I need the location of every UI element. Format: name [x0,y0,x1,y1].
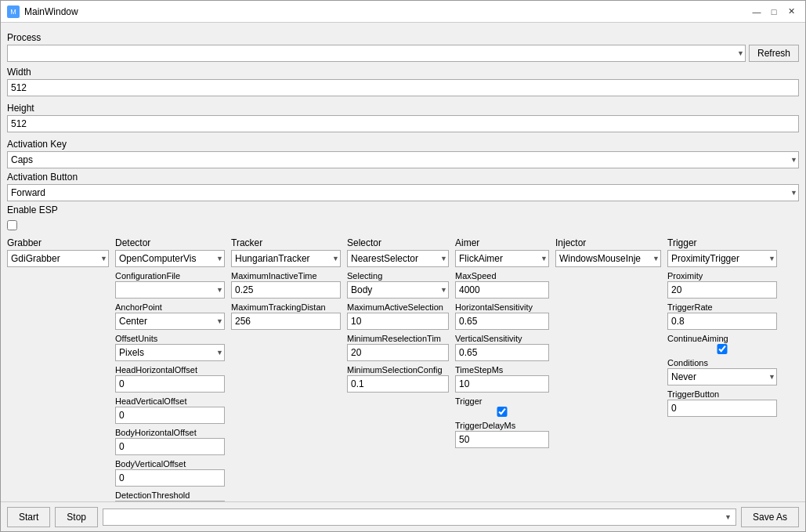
body-v-offset-input[interactable] [115,469,225,487]
head-v-offset-label: HeadVerticalOffset [115,396,225,406]
width-input[interactable] [7,79,799,96]
refresh-button[interactable]: Refresh [749,45,799,62]
process-select[interactable] [7,45,746,62]
h-sensitivity-input[interactable] [455,313,549,330]
maximize-button[interactable]: □ [766,5,782,19]
width-label: Width [7,67,799,78]
close-button[interactable]: ✕ [783,5,799,19]
tracker-combo: HungarianTracker ▼ [231,250,341,267]
selecting-combo: Body ▼ [347,281,449,299]
aimer-column: Aimer FlickAimer ▼ MaxSpeed HorizontalSe… [455,237,549,501]
min-reselection-input[interactable] [347,344,449,361]
activation-button-wrapper: Forward ▼ [7,184,799,201]
trigger-delay-input[interactable] [455,431,549,448]
activation-key-wrapper: Caps ▼ [7,151,799,168]
process-row: ▼ Refresh [7,45,799,62]
continue-aiming-checkbox[interactable] [667,344,777,354]
process-combo-wrapper: ▼ [7,45,746,62]
trigger-select[interactable]: ProximityTrigger [667,250,777,267]
trigger-combo: ProximityTrigger ▼ [667,250,777,267]
h-sensitivity-label: HorizontalSensitivity [455,302,549,312]
selector-select[interactable]: NearestSelector [347,250,449,267]
min-selection-config-label: MinimumSelectionConfig [347,365,449,375]
activation-key-label: Activation Key [7,139,799,150]
continue-aiming-label: ContinueAiming [667,334,777,343]
offset-units-select[interactable]: Pixels [115,344,225,361]
head-v-offset-input[interactable] [115,407,225,424]
activation-button-label: Activation Button [7,172,799,183]
config-file-select[interactable] [115,281,225,299]
selecting-select[interactable]: Body [347,281,449,299]
anchor-point-select[interactable]: Center [115,313,225,330]
trigger-button-input[interactable] [667,400,777,417]
detector-combo: OpenComputerVis ▼ [115,250,225,267]
activation-button-select[interactable]: Forward [7,184,799,201]
tracker-column: Tracker HungarianTracker ▼ MaximumInacti… [231,237,341,501]
conditions-select[interactable]: Never [667,368,777,385]
max-active-input[interactable] [347,313,449,330]
selector-header: Selector [347,237,449,248]
save-as-button[interactable]: Save As [741,507,799,527]
grabber-select[interactable]: GdiGrabber [7,250,109,267]
status-select[interactable] [103,508,736,526]
body-h-offset-input[interactable] [115,438,225,455]
config-file-combo: ▼ [115,281,225,299]
main-content: Process ▼ Refresh Width Height Activatio… [1,23,805,501]
body-v-offset-label: BodyVerticalOffset [115,459,225,469]
conditions-combo: Never ▼ [667,368,777,385]
max-inactive-label: MaximumInactiveTime [231,271,341,280]
max-tracking-label: MaximumTrackingDistan [231,302,341,312]
proximity-label: Proximity [667,271,777,280]
trigger-label: Trigger [455,396,549,406]
v-sensitivity-input[interactable] [455,344,549,361]
aimer-combo: FlickAimer ▼ [455,250,549,267]
head-h-offset-input[interactable] [115,375,225,393]
window-icon: M [7,5,20,18]
timestep-label: TimeStepMs [455,365,549,375]
minimize-button[interactable]: — [749,5,764,19]
detector-column: Detector OpenComputerVis ▼ Configuration… [115,237,225,501]
max-speed-input[interactable] [455,281,549,299]
status-wrapper: ▼ [103,508,736,526]
enable-esp-row: Enable ESP [7,204,799,215]
tracker-select[interactable]: HungarianTracker [231,250,341,267]
stop-button[interactable]: Stop [55,507,98,527]
v-sensitivity-label: VerticalSensitivity [455,334,549,343]
process-label: Process [7,32,799,43]
height-input[interactable] [7,115,799,132]
activation-key-select[interactable]: Caps [7,151,799,168]
min-reselection-label: MinimumReselectionTim [347,334,449,343]
start-button[interactable]: Start [7,507,50,527]
injector-select[interactable]: WindowsMouseInje [555,250,661,267]
main-window: M MainWindow — □ ✕ Process ▼ Refresh Wid… [0,0,806,532]
enable-esp-checkbox[interactable] [7,220,17,230]
detection-threshold-label: DetectionThreshold [115,490,225,500]
head-h-offset-label: HeadHorizontalOffset [115,365,225,375]
trigger-delay-label: TriggerDelayMs [455,421,549,430]
max-inactive-input[interactable] [231,281,341,299]
timestep-input[interactable] [455,375,549,393]
enable-esp-label: Enable ESP [7,204,58,215]
injector-combo: WindowsMouseInje ▼ [555,250,661,267]
config-file-label: ConfigurationFile [115,271,225,280]
selecting-label: Selecting [347,271,449,280]
detector-select[interactable]: OpenComputerVis [115,250,225,267]
bottom-bar: Start Stop ▼ Save As [1,501,805,531]
selector-combo: NearestSelector ▼ [347,250,449,267]
grabber-combo: GdiGrabber ▼ [7,250,109,267]
trigger-button-label: TriggerButton [667,389,777,399]
max-tracking-input[interactable] [231,313,341,330]
conditions-label: Conditions [667,358,777,367]
anchor-point-label: AnchorPoint [115,302,225,312]
trigger-header: Trigger [667,237,777,248]
trigger-checkbox[interactable] [455,407,549,417]
trigger-rate-input[interactable] [667,313,777,330]
offset-units-label: OffsetUnits [115,334,225,343]
proximity-input[interactable] [667,281,777,299]
body-h-offset-label: BodyHorizontalOffset [115,428,225,437]
aimer-header: Aimer [455,237,549,248]
aimer-select[interactable]: FlickAimer [455,250,549,267]
min-selection-config-input[interactable] [347,375,449,393]
trigger-rate-label: TriggerRate [667,302,777,312]
window-title: MainWindow [24,6,78,17]
